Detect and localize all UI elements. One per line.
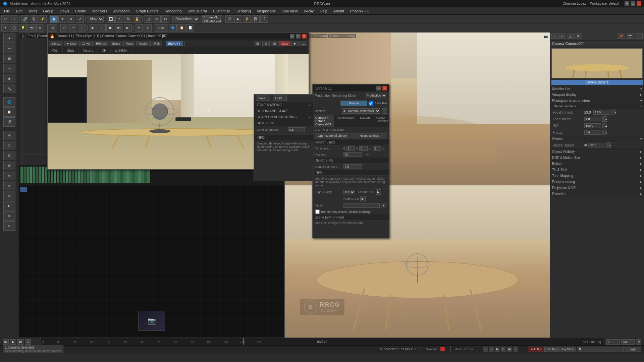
side-btn-4[interactable]: ⊠ — [3, 161, 15, 170]
ct-ctrlc-btn[interactable]: Ctrl+C — [79, 41, 93, 46]
all-btn[interactable]: All — [47, 24, 57, 32]
corona-minimize-btn[interactable]: ─ — [290, 34, 294, 39]
menu-rebusform[interactable]: RebusFarm — [185, 8, 209, 14]
corona-tab-lightmix[interactable]: LightMix — [111, 48, 131, 53]
rcp-postproc-title[interactable]: Postprocessing ▸ — [550, 179, 644, 185]
ct-extra-btn[interactable]: … — [300, 41, 307, 46]
reference-select[interactable]: View — [87, 16, 104, 22]
pp-bloom-title[interactable]: BLOOM AND GLARE — [254, 108, 314, 114]
cs-tab-camera[interactable]: Camera 4 - Corona Camera004 — [313, 115, 334, 127]
rcp-shutter-title[interactable]: Shutter ▾ — [550, 136, 644, 142]
rcp-distortion-title[interactable]: Distortion ▸ — [550, 191, 644, 197]
sb-setkey-btn[interactable]: Set Key — [545, 347, 559, 352]
snap-btn[interactable]: 🔳 — [107, 15, 115, 23]
menu-help[interactable]: Help — [317, 8, 330, 14]
scene-explorer-btn[interactable]: 📋 — [177, 24, 185, 32]
side-btn-6[interactable]: ⊛ — [3, 181, 15, 190]
layer-manager-btn[interactable]: 📑 — [186, 24, 194, 32]
sb-autokey-btn[interactable]: Auto Key — [528, 347, 545, 352]
link-btn[interactable]: 🔗 — [21, 15, 29, 23]
pp-denoise-title[interactable]: DENOISING — [254, 120, 314, 126]
side-btn-5[interactable]: ◈ — [3, 171, 15, 180]
shapes-btn[interactable]: ◯ — [10, 24, 18, 32]
menu-civil-view[interactable]: Civil View — [279, 8, 300, 14]
cs-hq-select[interactable]: On — [343, 190, 355, 194]
cs-hq-extra[interactable]: ▶ — [376, 189, 381, 195]
tl-prev-btn[interactable]: ⏮ — [3, 339, 9, 345]
close-button[interactable]: ✕ — [637, 1, 641, 6]
bind-btn[interactable]: ⚡ — [39, 15, 47, 23]
menu-file[interactable]: File — [1, 8, 13, 14]
render-btn[interactable]: ▶ — [234, 15, 242, 23]
cs-mask-input[interactable] — [343, 203, 380, 208]
end-frame-input[interactable] — [621, 339, 635, 345]
menu-edit[interactable]: Edit — [13, 8, 25, 14]
hierarchy-tab[interactable]: ⊞ — [3, 54, 15, 63]
menu-animation[interactable]: Animation — [111, 8, 132, 14]
start-frame-input[interactable] — [606, 339, 620, 345]
side-btn-3[interactable]: ⊟ — [3, 151, 15, 160]
driver-mode-select[interactable]: DriverMesh — [172, 16, 199, 22]
lights-btn[interactable]: 💡 — [19, 24, 27, 32]
rcp-shutter-speed-input[interactable] — [588, 143, 605, 147]
help-btn[interactable]: ? — [260, 15, 268, 23]
sb-keyfilt-btn[interactable]: Key Filters — [559, 347, 576, 352]
tl-play-btn[interactable]: ▶ — [10, 339, 16, 345]
render-setup-btn[interactable]: New — [155, 24, 168, 32]
cs-render-masks-label[interactable]: Render only masks (disable shading) — [315, 209, 371, 214]
layer-side-btn[interactable]: 📋 — [3, 107, 15, 117]
maximize-button[interactable]: □ — [631, 1, 635, 6]
rcp-focal-input[interactable] — [593, 110, 610, 115]
sb-begin-btn[interactable]: ⏮ — [483, 347, 488, 352]
redo-btn[interactable]: ↪ — [10, 15, 18, 23]
rcp-extra-btn[interactable]: ⋯ — [635, 34, 643, 39]
menu-create[interactable]: Create — [72, 8, 89, 14]
minimize-button[interactable]: ─ — [625, 1, 629, 6]
angle-snap-btn[interactable]: ∠ — [115, 15, 123, 23]
rcp-tone-title[interactable]: Tone Mapping ▸ — [550, 173, 644, 179]
tl-config-btn[interactable]: ⚙ — [636, 339, 641, 345]
rcp-tilt-title[interactable]: Tilt & Shift ▸ — [550, 167, 644, 173]
corona-tab-history[interactable]: History — [79, 48, 98, 53]
unlink-btn[interactable]: ⛓ — [30, 15, 38, 23]
viewport-bottom-left[interactable]: 📷 — [19, 185, 284, 338]
menu-megascans[interactable]: Megascans — [254, 8, 278, 14]
cs-mask-select-btn[interactable]: ▾ — [381, 203, 386, 208]
cs-camera-select[interactable]: 4 - Corona Camera004 — [342, 108, 380, 114]
percent-snap-btn[interactable]: % — [124, 15, 132, 23]
display-tab[interactable]: ◉ — [3, 74, 15, 83]
rcp-object-vis-title[interactable]: Object Visibility ▸ — [550, 149, 644, 155]
ct-pick-btn[interactable]: Pick — [152, 41, 162, 46]
ct-tools-btn[interactable]: Tools — [123, 41, 135, 46]
rcp-fwd-btn[interactable]: ▷ — [559, 34, 566, 39]
tl-next-btn[interactable]: ⏭ — [17, 339, 23, 345]
create-tab[interactable]: ✦ — [3, 34, 15, 43]
stop-anim-btn[interactable]: ⏹ — [106, 24, 114, 32]
menu-modifiers[interactable]: Modifiers — [90, 8, 110, 14]
array-btn[interactable]: ⊞ — [153, 15, 161, 23]
key-mode-btn[interactable]: 🗝 — [135, 24, 143, 32]
tl-loop-btn[interactable]: ↺ — [25, 339, 31, 345]
rcp-refresh-btn[interactable]: ↺ — [575, 34, 582, 39]
cs-render-mode-select[interactable]: Production — [365, 93, 387, 98]
side-btn-2[interactable]: ◫ — [3, 141, 15, 150]
cs-render-btn[interactable]: Render — [340, 101, 367, 106]
menu-graph-editors[interactable]: Graph Editors — [133, 8, 161, 14]
menu-arnold[interactable]: Arnold — [331, 8, 347, 14]
modify-tab[interactable]: ✏ — [3, 44, 15, 53]
cs-close-btn[interactable]: ✕ — [382, 86, 387, 90]
cs-camera-extra[interactable]: ⋯ — [382, 108, 387, 114]
helpers-btn[interactable]: ⊕ — [36, 24, 44, 32]
rcp-iso-input[interactable] — [584, 123, 601, 128]
rcp-photographic-title[interactable]: Photographic parameters ▾ — [550, 98, 644, 104]
cs-h-input[interactable] — [346, 146, 355, 151]
rcp-iso-up[interactable]: ▲ — [602, 123, 607, 128]
pp-sharpen-title[interactable]: SHARPENING/BLURRING ✓ — [254, 114, 314, 120]
ct-erase-btn[interactable]: Erase — [110, 41, 123, 46]
pause-btn[interactable]: ⏸ — [98, 24, 106, 32]
render-frame-window-btn[interactable]: 🖼 — [252, 15, 260, 23]
ct-refresh-btn[interactable]: Refresh — [94, 41, 109, 46]
rcp-modifier-list-title[interactable]: Modifier List ▾ — [550, 86, 644, 92]
create-panel-btn[interactable]: ✦ — [1, 24, 9, 32]
side-btn-7[interactable]: ⊜ — [3, 191, 15, 200]
